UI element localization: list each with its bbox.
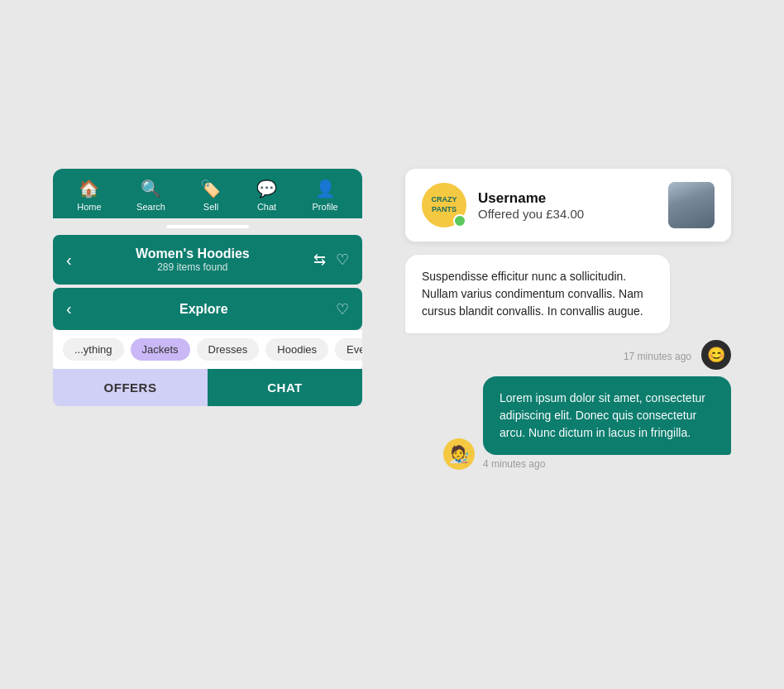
- message-sent: Lorem ipsum dolor sit amet, consectetur …: [483, 376, 731, 455]
- chips-row: ...ything Jackets Dresses Hoodies Eveni.…: [53, 330, 362, 369]
- bottom-nav: 🏠 Home 🔍 Search 🏷️ Sell 💬 Chat 👤 Profile: [53, 169, 362, 218]
- category-title-block: Women's Hoodies 289 items found: [136, 246, 250, 273]
- category-right-icons: ⇆ ♡: [313, 251, 349, 269]
- message-received-time: 17 minutes ago: [624, 351, 695, 362]
- nav-label-profile: Profile: [313, 202, 338, 212]
- offer-amount: Offered you £34.00: [478, 207, 584, 221]
- message-sent-row: 🧑‍🎨 Lorem ipsum dolor sit amet, consecte…: [405, 376, 731, 470]
- tabs-row: OFFERS CHAT: [53, 369, 362, 406]
- chat-icon: 💬: [256, 179, 277, 199]
- right-panel: CRAZYPANTS Username Offered you £34.00 S…: [405, 169, 731, 470]
- filter-icon[interactable]: ⇆: [313, 251, 326, 269]
- explore-title: Explore: [179, 302, 228, 317]
- chip-jackets[interactable]: Jackets: [131, 338, 190, 361]
- received-time-row: 17 minutes ago 😊: [405, 340, 731, 370]
- search-icon: 🔍: [141, 179, 161, 199]
- explore-back-button[interactable]: ‹: [66, 299, 72, 318]
- home-icon: 🏠: [79, 179, 99, 199]
- nav-item-chat[interactable]: 💬 Chat: [256, 179, 277, 212]
- offer-card: CRAZYPANTS Username Offered you £34.00: [405, 169, 731, 242]
- nav-label-sell: Sell: [203, 202, 218, 212]
- category-title: Women's Hoodies: [136, 246, 250, 261]
- explore-header: ‹ Explore ♡: [53, 288, 362, 330]
- offer-username: Username: [478, 190, 584, 207]
- offer-info: Username Offered you £34.00: [478, 190, 584, 221]
- wishlist-icon[interactable]: ♡: [336, 251, 349, 269]
- offers-tab[interactable]: OFFERS: [53, 369, 208, 406]
- nav-label-search: Search: [136, 202, 165, 212]
- chat-area: Suspendisse efficitur nunc a sollicitudi…: [405, 255, 731, 470]
- nav-indicator: [166, 225, 249, 228]
- sent-message-block: Lorem ipsum dolor sit amet, consectetur …: [483, 376, 731, 470]
- message-received: Suspendisse efficitur nunc a sollicitudi…: [405, 255, 670, 333]
- chat-tab[interactable]: CHAT: [208, 369, 362, 406]
- chip-evening[interactable]: Eveni...: [335, 338, 362, 361]
- nav-item-home[interactable]: 🏠 Home: [77, 179, 101, 212]
- nav-item-profile[interactable]: 👤 Profile: [313, 179, 338, 212]
- left-panel: 🏠 Home 🔍 Search 🏷️ Sell 💬 Chat 👤 Profile…: [53, 169, 362, 406]
- category-header: ‹ Women's Hoodies 289 items found ⇆ ♡: [53, 235, 362, 285]
- offer-card-left: CRAZYPANTS Username Offered you £34.00: [422, 183, 584, 227]
- chip-dresses[interactable]: Dresses: [197, 338, 260, 361]
- message-received-text: Suspendisse efficitur nunc a sollicitudi…: [422, 268, 653, 320]
- category-subtitle: 289 items found: [136, 261, 250, 273]
- category-back-button[interactable]: ‹: [66, 251, 72, 270]
- message-sent-text: Lorem ipsum dolor sit amet, consectetur …: [500, 390, 715, 442]
- profile-icon: 👤: [315, 179, 336, 199]
- nav-item-search[interactable]: 🔍 Search: [136, 179, 165, 212]
- sell-icon: 🏷️: [200, 179, 221, 199]
- message-sent-time: 4 minutes ago: [483, 458, 731, 470]
- chip-everything[interactable]: ...ything: [63, 338, 124, 361]
- nav-label-home: Home: [77, 202, 101, 212]
- product-image: [668, 182, 715, 228]
- chip-hoodies[interactable]: Hoodies: [265, 338, 328, 361]
- sender-avatar-small: 😊: [701, 340, 731, 370]
- nav-label-chat: Chat: [257, 202, 276, 212]
- nav-item-sell[interactable]: 🏷️ Sell: [200, 179, 221, 212]
- explore-heart-icon[interactable]: ♡: [336, 300, 349, 318]
- offer-avatar-container: CRAZYPANTS: [422, 183, 466, 227]
- user-avatar-sent: 🧑‍🎨: [443, 438, 475, 470]
- product-thumbnail: [668, 182, 715, 228]
- online-badge: [453, 214, 466, 227]
